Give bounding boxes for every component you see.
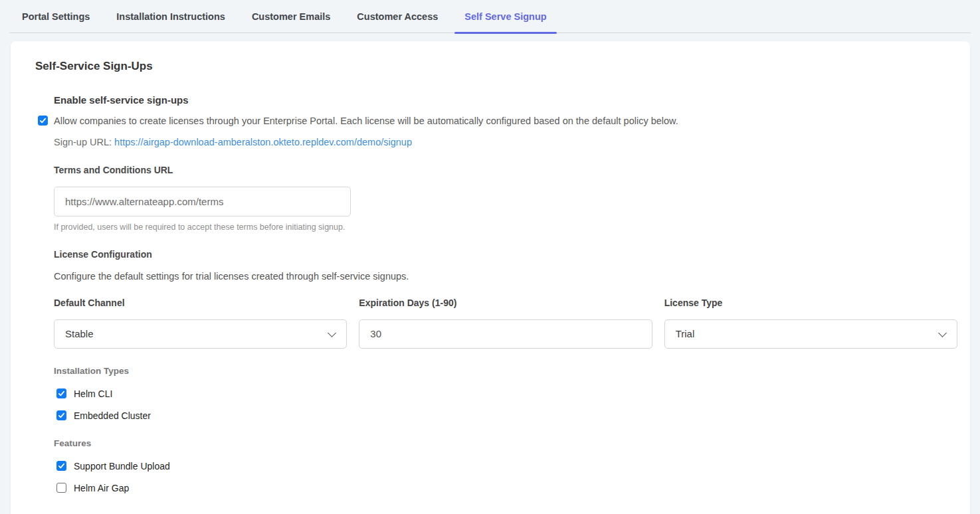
license-config-fields: Default Channel Stable Expiration Days (…: [54, 298, 957, 349]
tab-self-serve-signup[interactable]: Self Serve Signup: [454, 0, 556, 33]
installation-types-list: Helm CLI Embedded Cluster: [54, 388, 957, 421]
support-bundle-upload-label: Support Bundle Upload: [74, 461, 170, 471]
tab-customer-access[interactable]: Customer Access: [347, 0, 448, 33]
panel-content: Enable self-service sign-ups Allow compa…: [54, 94, 957, 493]
expiration-days-input[interactable]: [359, 319, 652, 349]
helm-air-gap-checkbox[interactable]: [56, 483, 66, 493]
tab-installation-instructions[interactable]: Installation Instructions: [106, 0, 235, 33]
expiration-days-field: Expiration Days (1-90): [359, 298, 652, 349]
expiration-days-label: Expiration Days (1-90): [359, 298, 652, 308]
tab-portal-settings[interactable]: Portal Settings: [12, 0, 100, 33]
license-type-select[interactable]: Trial: [664, 319, 957, 349]
enable-signups-description: Allow companies to create licenses throu…: [54, 116, 678, 126]
embedded-cluster-checkbox[interactable]: [56, 410, 66, 420]
default-channel-label: Default Channel: [54, 298, 347, 308]
embedded-cluster-row[interactable]: Embedded Cluster: [56, 410, 957, 421]
license-type-field: License Type Trial: [664, 298, 957, 349]
signup-url-row: Sign-up URL: https://airgap-download-amb…: [54, 137, 957, 147]
terms-url-helper: If provided, users will be required to a…: [54, 222, 957, 232]
tab-label: Installation Instructions: [116, 11, 225, 22]
helm-air-gap-row[interactable]: Helm Air Gap: [56, 483, 957, 493]
license-configuration-heading: License Configuration: [54, 249, 957, 260]
tab-label: Customer Emails: [252, 11, 330, 22]
check-icon: [57, 389, 66, 398]
terms-url-input[interactable]: [54, 187, 351, 216]
helm-cli-row[interactable]: Helm CLI: [56, 388, 957, 399]
page-title: Self-Service Sign-Ups: [35, 60, 957, 73]
signup-url-link[interactable]: https://airgap-download-amberalston.okte…: [114, 137, 412, 147]
tab-label: Self Serve Signup: [464, 11, 546, 22]
helm-cli-checkbox[interactable]: [56, 388, 66, 398]
features-label: Features: [54, 438, 957, 448]
license-type-label: License Type: [664, 298, 957, 308]
self-serve-signup-panel: Self-Service Sign-Ups Enable self-servic…: [11, 41, 970, 514]
helm-cli-label: Helm CLI: [74, 388, 112, 399]
check-icon: [39, 116, 47, 125]
features-list: Support Bundle Upload Helm Air Gap: [54, 461, 957, 493]
terms-url-label: Terms and Conditions URL: [54, 165, 957, 175]
enable-signups-heading: Enable self-service sign-ups: [54, 94, 957, 106]
helm-air-gap-label: Helm Air Gap: [74, 483, 129, 493]
signup-url-label: Sign-up URL:: [54, 137, 112, 147]
installation-types-label: Installation Types: [54, 366, 957, 376]
tab-label: Portal Settings: [22, 11, 90, 22]
enable-signups-row: Allow companies to create licenses throu…: [54, 115, 957, 128]
tab-label: Customer Access: [357, 11, 438, 22]
tab-bar: Portal Settings Installation Instruction…: [9, 0, 971, 33]
check-icon: [57, 462, 66, 470]
support-bundle-upload-checkbox[interactable]: [56, 461, 66, 471]
default-channel-field: Default Channel Stable: [54, 298, 347, 349]
tab-customer-emails[interactable]: Customer Emails: [242, 0, 340, 33]
license-configuration-description: Configure the default settings for trial…: [54, 271, 957, 282]
enable-signups-checkbox[interactable]: [38, 116, 48, 126]
check-icon: [57, 411, 66, 420]
default-channel-select[interactable]: Stable: [54, 319, 347, 349]
embedded-cluster-label: Embedded Cluster: [74, 410, 151, 421]
support-bundle-upload-row[interactable]: Support Bundle Upload: [56, 461, 957, 471]
